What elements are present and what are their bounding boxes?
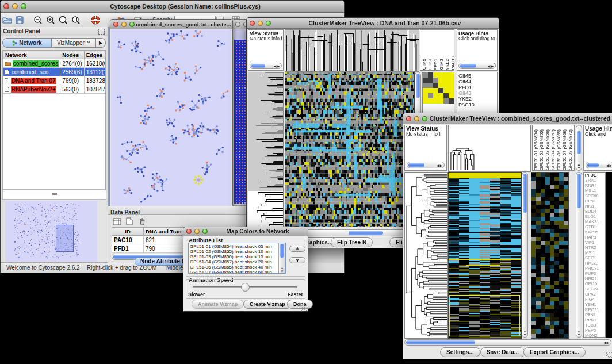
gene-label[interactable]: GIM5 (458, 73, 497, 79)
settings-button[interactable]: Settings... (440, 347, 480, 357)
overview-splitter[interactable] (2, 189, 106, 200)
zoom-column-label[interactable]: PFD1 (433, 59, 438, 70)
animate-vizmap-button[interactable]: Animate Vizmap (192, 300, 244, 309)
new-document-icon[interactable] (124, 217, 135, 226)
resize-grip[interactable] (301, 304, 307, 311)
zoom-button[interactable] (422, 116, 427, 121)
gene-label[interactable]: PFD1 (584, 173, 605, 178)
matrix-cell[interactable] (438, 78, 443, 83)
close-button[interactable] (406, 116, 411, 121)
matrix-cell[interactable] (423, 78, 428, 83)
gene-label[interactable]: HMG1 (584, 260, 605, 266)
zoom-selected-icon[interactable] (57, 14, 70, 26)
trash-icon[interactable] (137, 217, 147, 226)
attribute-listbox[interactable]: GPL51-01 (GSM854) heat shock 05 minGPL51… (188, 243, 286, 274)
attribute-item[interactable]: GPL51-02 (GSM855) heat shock 10 min (190, 249, 285, 254)
matrix-cell[interactable] (428, 72, 433, 78)
minimize-button[interactable] (258, 21, 263, 26)
matrix-cell[interactable] (438, 72, 443, 78)
main-titlebar[interactable]: Cytoscape Desktop (Session Name: collins… (1, 1, 344, 13)
dialog-titlebar[interactable]: Map Colors to Network (183, 227, 308, 236)
network-col-2[interactable]: Edges (84, 51, 106, 59)
view-status-scrollbar[interactable]: ◀▶ (250, 63, 282, 69)
zoom-column-label[interactable]: GIM5 (422, 59, 427, 70)
network-col-1[interactable]: Nodes (60, 51, 84, 59)
matrix-cell[interactable] (433, 93, 438, 98)
matrix-cell[interactable] (428, 83, 433, 88)
gene-label[interactable]: YRA1 (584, 178, 605, 183)
usage-hints-scrollbar[interactable]: ◀▶ (586, 162, 612, 168)
matrix-cell[interactable] (433, 98, 438, 104)
matrix-cell[interactable] (423, 72, 428, 78)
matrix-cell[interactable] (449, 83, 454, 88)
matrix-cell[interactable] (423, 98, 428, 104)
matrix-cell[interactable] (449, 72, 454, 78)
gene-label[interactable]: GTB1 (584, 224, 605, 229)
zoom-out-icon[interactable] (32, 14, 44, 26)
create-vizmap-button[interactable]: Create Vizmap (243, 300, 292, 309)
matrix-cell[interactable] (443, 83, 449, 88)
gene-label[interactable]: GIM4 (458, 79, 497, 85)
gene-label[interactable]: KAP95 (584, 229, 605, 235)
close-button[interactable] (235, 22, 240, 27)
gene-label[interactable]: TCB3 (584, 323, 605, 328)
minimize-button[interactable] (414, 116, 419, 121)
close-button[interactable] (3, 3, 9, 9)
usage-hints-scrollbar[interactable]: ◀▶ (458, 63, 496, 69)
gene-label[interactable]: GPI16 (584, 281, 605, 286)
matrix-cell[interactable] (433, 78, 438, 83)
tab-overflow-button[interactable]: ▶ (96, 38, 106, 48)
heatmap-canvas[interactable] (285, 72, 415, 227)
matrix-cell[interactable] (433, 88, 438, 93)
column-label[interactable]: GPL51-01 (GSM854) (533, 129, 539, 170)
view-status-scrollbar[interactable]: ◀▶ (407, 162, 445, 168)
treeview1-titlebar[interactable]: ClusterMaker TreeView : DNA and Tran 07-… (247, 18, 499, 29)
network-row[interactable]: combined_sco2569(6)13112(15) (3, 68, 106, 76)
zoom-button[interactable] (202, 229, 208, 234)
column-label[interactable]: GPL51-08 (GSM872) (568, 129, 573, 170)
column-label[interactable]: GPL51-03 (GSM856) (545, 129, 550, 170)
matrix-cell[interactable] (423, 83, 428, 88)
gene-label[interactable]: PAC10 (458, 102, 497, 108)
treeview2-titlebar[interactable]: ClusterMaker TreeView : combined_scores_… (403, 113, 612, 124)
float-panel-icon[interactable] (98, 29, 105, 35)
matrix-cell[interactable] (438, 83, 443, 88)
gene-label[interactable]: FIG4 (584, 297, 605, 302)
save-icon[interactable] (13, 14, 26, 26)
minimize-button[interactable] (194, 229, 200, 234)
zoom-heatmap-canvas[interactable] (531, 172, 569, 339)
attribute-item[interactable]: GPL51-01 (GSM854) heat shock 05 min (190, 244, 285, 249)
column-label[interactable]: GPL51-07 (GSM868) (562, 129, 568, 170)
export-graphics-button[interactable]: Export Graphics... (523, 347, 586, 357)
close-button[interactable] (186, 229, 192, 234)
matrix-cell[interactable] (438, 98, 443, 104)
column-labels-vscrollbar[interactable]: ▲▼ (576, 125, 582, 171)
export-graphics-button[interactable]: Flip Tree N (331, 237, 373, 247)
matrix-cell[interactable] (449, 98, 454, 104)
resize-grip[interactable] (606, 352, 612, 358)
gene-label[interactable]: SEC24 (584, 286, 605, 292)
zoom-button[interactable] (266, 21, 271, 26)
attribute-list-vscroll-thumb[interactable] (280, 244, 284, 258)
network-row[interactable]: RNAPuberNov2+563(0)107847(0) (3, 85, 106, 94)
matrix-cell[interactable] (428, 88, 433, 93)
network-graph-canvas[interactable] (111, 29, 231, 208)
gene-label[interactable]: PEP5 (584, 328, 605, 333)
zoom-column-label[interactable]: GIM3 (439, 59, 444, 70)
heatmap-vscrollbar[interactable]: ▲▼ (522, 172, 528, 338)
gene-label[interactable]: MSI1 (584, 250, 605, 255)
minimize-button[interactable] (121, 22, 127, 27)
gene-label[interactable]: HRD3 (584, 276, 605, 281)
network-col-0[interactable]: Network (3, 51, 60, 59)
save-data-button[interactable]: Save Data... (480, 347, 525, 357)
gene-label[interactable]: PHO81 (584, 266, 605, 271)
matrix-cell[interactable] (428, 93, 433, 98)
network-row[interactable]: DNA and Tran 07769(0)183728(0) (3, 76, 106, 85)
matrix-cell[interactable] (433, 83, 438, 88)
gene-label[interactable]: SEC1 (584, 255, 605, 260)
gene-label[interactable]: MSL1 (584, 188, 605, 193)
column-dendrogram-canvas[interactable] (285, 29, 419, 72)
gene-label[interactable]: VIP1 (584, 240, 605, 245)
minimize-button[interactable] (12, 3, 18, 9)
attribute-item[interactable]: GPL51-03 (GSM856) heat shock 15 min (190, 254, 285, 259)
